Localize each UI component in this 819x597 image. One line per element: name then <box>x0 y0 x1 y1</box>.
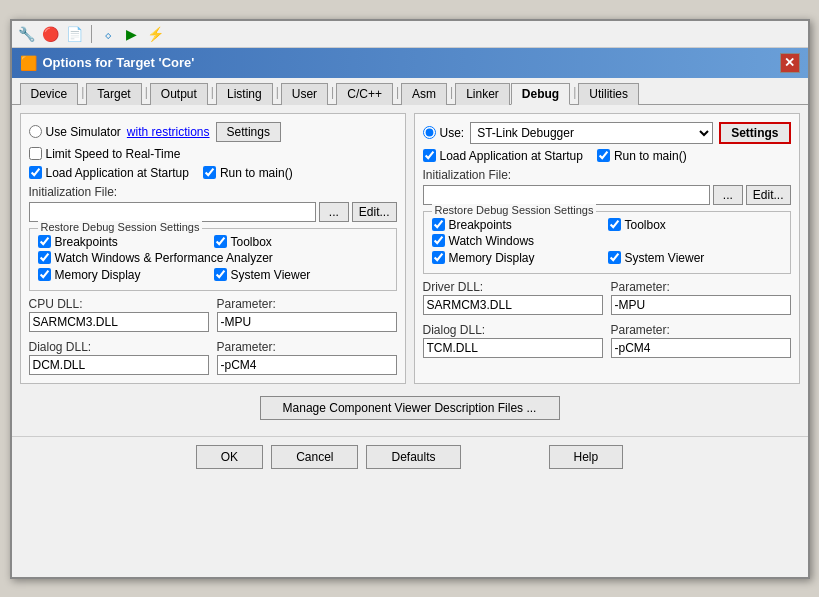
help-button[interactable]: Help <box>549 445 624 469</box>
right-driver-dll-input[interactable] <box>423 295 603 315</box>
tab-utilities[interactable]: Utilities <box>578 83 639 105</box>
right-watch-text: Watch Windows <box>449 234 535 248</box>
right-load-app-label[interactable]: Load Application at Startup <box>423 149 583 163</box>
left-load-app-checkbox[interactable] <box>29 166 42 179</box>
restrictions-link[interactable]: with restrictions <box>127 125 210 139</box>
title-bar: 🟧 Options for Target 'Core' ✕ <box>12 48 808 78</box>
right-driver-param-section: Parameter: <box>611 280 791 315</box>
dialog-title: Options for Target 'Core' <box>43 55 195 70</box>
right-run-to-main-label[interactable]: Run to main() <box>597 149 687 163</box>
left-cpu-param-input[interactable] <box>217 312 397 332</box>
left-browse-button[interactable]: ... <box>319 202 349 222</box>
left-load-app-label[interactable]: Load Application at Startup <box>29 166 189 180</box>
toolbar-icon-3[interactable]: 📄 <box>64 23 86 45</box>
left-dialog-dll-input[interactable] <box>29 355 209 375</box>
simulator-row: Use Simulator with restrictions Settings <box>29 122 397 142</box>
right-breakpoints-checkbox[interactable] <box>432 218 445 231</box>
right-dialog-param-input[interactable] <box>611 338 791 358</box>
left-dll-grid: CPU DLL: Parameter: Dialog DLL: Paramete… <box>29 297 397 375</box>
left-cpu-dll-input[interactable] <box>29 312 209 332</box>
left-run-to-main-checkbox[interactable] <box>203 166 216 179</box>
close-button[interactable]: ✕ <box>780 53 800 73</box>
tab-target[interactable]: Target <box>86 83 141 105</box>
right-use-text: Use: <box>440 126 465 140</box>
tabs-bar: Device | Target | Output | Listing | Use… <box>12 78 808 105</box>
left-breakpoints-label[interactable]: Breakpoints <box>38 235 212 249</box>
tab-user[interactable]: User <box>281 83 328 105</box>
right-use-radio-label[interactable]: Use: <box>423 126 465 140</box>
right-memory-checkbox[interactable] <box>432 251 445 264</box>
main-content: Use Simulator with restrictions Settings… <box>12 105 808 436</box>
left-run-to-main-label[interactable]: Run to main() <box>203 166 293 180</box>
left-breakpoints-text: Breakpoints <box>55 235 118 249</box>
right-use-row: Use: ST-Link Debugger Settings <box>423 122 791 144</box>
cancel-button[interactable]: Cancel <box>271 445 358 469</box>
right-dialog-dll-section: Dialog DLL: <box>423 323 603 358</box>
right-watch-row: Watch Windows <box>432 234 782 248</box>
left-system-viewer-label[interactable]: System Viewer <box>214 268 388 282</box>
right-panel: Use: ST-Link Debugger Settings Load Appl… <box>414 113 800 384</box>
left-memory-checkbox[interactable] <box>38 268 51 281</box>
right-driver-param-label: Parameter: <box>611 280 791 294</box>
right-driver-param-input[interactable] <box>611 295 791 315</box>
right-load-app-checkbox[interactable] <box>423 149 436 162</box>
left-settings-button[interactable]: Settings <box>216 122 281 142</box>
right-toolbox-checkbox[interactable] <box>608 218 621 231</box>
tab-cpp[interactable]: C/C++ <box>336 83 393 105</box>
toolbar-icon-2[interactable]: 🔴 <box>40 23 62 45</box>
left-breakpoints-checkbox[interactable] <box>38 235 51 248</box>
left-dialog-param-input[interactable] <box>217 355 397 375</box>
tab-output[interactable]: Output <box>150 83 208 105</box>
two-column-layout: Use Simulator with restrictions Settings… <box>20 113 800 384</box>
tab-asm[interactable]: Asm <box>401 83 447 105</box>
right-init-file-input[interactable] <box>423 185 710 205</box>
left-dialog-dll-label: Dialog DLL: <box>29 340 209 354</box>
left-memory-label[interactable]: Memory Display <box>38 268 212 282</box>
toolbar-icon-6[interactable]: ⚡ <box>145 23 167 45</box>
left-watch-checkbox[interactable] <box>38 251 51 264</box>
simulator-radio-label[interactable]: Use Simulator <box>29 125 121 139</box>
right-dialog-dll-input[interactable] <box>423 338 603 358</box>
right-init-file-label: Initialization File: <box>423 168 791 182</box>
right-breakpoints-label[interactable]: Breakpoints <box>432 218 606 232</box>
left-edit-button[interactable]: Edit... <box>352 202 397 222</box>
right-dialog-dll-label: Dialog DLL: <box>423 323 603 337</box>
right-run-to-main-text: Run to main() <box>614 149 687 163</box>
left-toolbox-checkbox[interactable] <box>214 235 227 248</box>
right-memory-label[interactable]: Memory Display <box>432 251 606 265</box>
simulator-radio[interactable] <box>29 125 42 138</box>
toolbar-icon-5[interactable]: ▶ <box>121 23 143 45</box>
right-restore-group: Restore Debug Session Settings Breakpoin… <box>423 211 791 274</box>
right-memory-row: Memory Display System Viewer <box>432 251 782 265</box>
right-use-radio[interactable] <box>423 126 436 139</box>
left-init-file-input[interactable] <box>29 202 316 222</box>
left-system-viewer-checkbox[interactable] <box>214 268 227 281</box>
ok-button[interactable]: OK <box>196 445 263 469</box>
left-toolbox-label[interactable]: Toolbox <box>214 235 388 249</box>
simulator-label: Use Simulator <box>46 125 121 139</box>
right-watch-checkbox[interactable] <box>432 234 445 247</box>
toolbar-icon-1[interactable]: 🔧 <box>16 23 38 45</box>
right-dialog-param-label: Parameter: <box>611 323 791 337</box>
toolbar: 🔧 🔴 📄 ⬦ ▶ ⚡ <box>12 21 808 48</box>
right-system-viewer-checkbox[interactable] <box>608 251 621 264</box>
right-debugger-select[interactable]: ST-Link Debugger <box>470 122 713 144</box>
left-load-app-text: Load Application at Startup <box>46 166 189 180</box>
right-system-viewer-label[interactable]: System Viewer <box>608 251 782 265</box>
right-toolbox-text: Toolbox <box>625 218 666 232</box>
limit-speed-checkbox[interactable] <box>29 147 42 160</box>
defaults-button[interactable]: Defaults <box>366 445 460 469</box>
right-settings-button[interactable]: Settings <box>719 122 790 144</box>
manage-component-button[interactable]: Manage Component Viewer Description File… <box>260 396 560 420</box>
tab-listing[interactable]: Listing <box>216 83 273 105</box>
right-browse-button[interactable]: ... <box>713 185 743 205</box>
tab-linker[interactable]: Linker <box>455 83 510 105</box>
right-memory-text: Memory Display <box>449 251 535 265</box>
left-restore-title: Restore Debug Session Settings <box>38 221 203 233</box>
right-run-to-main-checkbox[interactable] <box>597 149 610 162</box>
tab-device[interactable]: Device <box>20 83 79 105</box>
toolbar-icon-4[interactable]: ⬦ <box>97 23 119 45</box>
tab-debug[interactable]: Debug <box>511 83 570 105</box>
right-edit-button[interactable]: Edit... <box>746 185 791 205</box>
right-toolbox-label[interactable]: Toolbox <box>608 218 782 232</box>
